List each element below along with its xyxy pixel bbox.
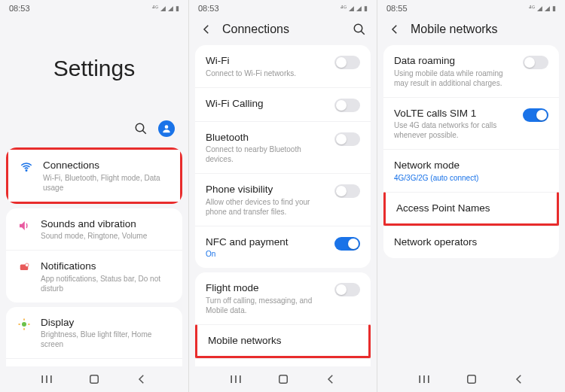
settings-item-flight-mode[interactable]: Flight mode Turn off calling, messaging,… — [195, 272, 371, 324]
list-item-body: Network operators — [394, 236, 548, 249]
search-icon[interactable] — [134, 122, 148, 135]
list-item-title: Phone visibility — [206, 183, 325, 196]
page-title: Settings — [0, 17, 188, 120]
list-item-body: Flight mode Turn off calling, messaging,… — [206, 281, 325, 315]
settings-item-phone-visibility[interactable]: Phone visibility Allow other devices to … — [195, 173, 371, 226]
settings-item-data-usage[interactable]: Data usage — [195, 358, 371, 366]
battery-icon: ▮ — [176, 5, 179, 12]
toggle-switch[interactable] — [334, 237, 360, 251]
list-item-title: Network mode — [394, 159, 548, 172]
svg-point-5 — [26, 263, 29, 267]
volte-icon: ⁴ᴳ — [529, 5, 535, 12]
list-item-title: NFC and payment — [206, 236, 325, 249]
connections-list[interactable]: Wi-Fi Connect to Wi-Fi networks. Wi-Fi C… — [189, 41, 377, 366]
settings-item-network-mode[interactable]: Network mode 4G/3G/2G (auto connect) — [383, 149, 559, 192]
home-icon[interactable] — [275, 371, 292, 387]
settings-item-wifi-calling[interactable]: Wi-Fi Calling — [195, 87, 371, 121]
settings-list[interactable]: Connections Wi-Fi, Bluetooth, Flight mod… — [0, 143, 188, 366]
account-avatar[interactable] — [158, 120, 175, 137]
list-item-subtitle: App notifications, Status bar, Do not di… — [41, 274, 172, 293]
back-icon[interactable] — [133, 371, 150, 387]
recent-apps-icon[interactable] — [416, 371, 432, 387]
settings-group: Wi-Fi Connect to Wi-Fi networks. Wi-Fi C… — [195, 45, 371, 268]
recent-apps-icon[interactable] — [38, 371, 55, 387]
settings-item-sounds[interactable]: Sounds and vibration Sound mode, Rington… — [6, 208, 182, 251]
settings-group: Connections Wi-Fi, Bluetooth, Flight mod… — [6, 147, 182, 204]
battery-icon: ▮ — [552, 5, 556, 12]
back-icon[interactable] — [388, 23, 402, 36]
list-item-subtitle: Wi-Fi, Bluetooth, Flight mode, Data usag… — [43, 173, 170, 193]
svg-rect-27 — [467, 375, 475, 384]
status-time: 08:53 — [9, 4, 30, 13]
list-item-title: Display — [41, 316, 172, 330]
settings-item-nfc[interactable]: NFC and payment On — [195, 226, 371, 269]
svg-point-2 — [165, 125, 169, 129]
status-bar: 08:55 ⁴ᴳ ◢ ◢ ▮ — [377, 0, 565, 17]
signal-icon: ◢ — [356, 5, 362, 12]
display-icon — [17, 316, 32, 331]
volte-icon: ⁴ᴳ — [341, 5, 347, 12]
toggle-switch[interactable] — [334, 99, 360, 112]
page-header: Connections — [189, 17, 377, 41]
list-item-title: Connections — [43, 159, 170, 172]
settings-item-wallpaper[interactable]: Wallpaper Home screen wallpaper, Lock sc… — [6, 358, 182, 366]
list-item-subtitle: Use 4G data networks for calls whenever … — [394, 120, 514, 140]
sound-icon — [17, 217, 32, 232]
list-item-title: Access Point Names — [396, 202, 546, 215]
phone-screen-mobile-networks: 08:55 ⁴ᴳ ◢ ◢ ▮ Mobile networks Data roam… — [377, 0, 565, 392]
list-item-subtitle: On — [206, 249, 325, 259]
svg-point-0 — [136, 123, 144, 132]
back-icon[interactable] — [200, 23, 213, 36]
list-item-title: Notifications — [41, 260, 172, 273]
list-item-body: Data roaming Using mobile data while roa… — [394, 54, 514, 88]
settings-item-network-operators[interactable]: Network operators — [383, 226, 559, 258]
settings-item-wifi[interactable]: Wi-Fi Connect to Wi-Fi networks. — [195, 45, 371, 87]
list-item-title: Network operators — [394, 236, 548, 249]
home-icon[interactable] — [463, 371, 480, 387]
notifications-icon — [17, 260, 32, 275]
settings-item-connections[interactable]: Connections Wi-Fi, Bluetooth, Flight mod… — [6, 147, 182, 204]
back-icon[interactable] — [322, 371, 339, 387]
settings-item-mobile-networks[interactable]: Mobile networks — [195, 324, 371, 359]
toggle-switch[interactable] — [334, 184, 360, 198]
list-item-subtitle: Connect to nearby Bluetooth devices. — [206, 144, 325, 164]
recent-apps-icon[interactable] — [228, 371, 244, 387]
toggle-switch[interactable] — [523, 56, 548, 69]
settings-item-display[interactable]: Display Brightness, Blue light filter, H… — [6, 307, 182, 359]
toggle-switch[interactable] — [523, 108, 548, 122]
android-nav-bar — [189, 366, 377, 392]
mobile-networks-list[interactable]: Data roaming Using mobile data while roa… — [377, 41, 565, 366]
page-header: Mobile networks — [377, 17, 565, 41]
page-title: Connections — [222, 23, 344, 36]
list-item-title: Wi-Fi — [206, 54, 325, 68]
list-item-body: Sounds and vibration Sound mode, Rington… — [41, 217, 172, 242]
settings-item-bluetooth[interactable]: Bluetooth Connect to nearby Bluetooth de… — [195, 121, 371, 174]
signal-icon: ◢ — [545, 5, 550, 12]
list-item-body: Access Point Names — [396, 202, 546, 215]
battery-icon: ▮ — [364, 5, 368, 12]
list-item-body: Mobile networks — [208, 334, 358, 348]
toggle-switch[interactable] — [334, 132, 360, 146]
settings-item-volte[interactable]: VoLTE calls SIM 1 Use 4G data networks f… — [383, 97, 559, 150]
signal-icon: ◢ — [537, 5, 542, 12]
list-item-title: Sounds and vibration — [41, 217, 172, 231]
toggle-switch[interactable] — [334, 56, 360, 69]
list-item-body: Wi-Fi Calling — [206, 97, 325, 111]
svg-rect-23 — [279, 375, 287, 384]
settings-item-notifications[interactable]: Notifications App notifications, Status … — [6, 250, 182, 302]
svg-rect-17 — [90, 375, 99, 384]
signal-icon: ◢ — [168, 5, 173, 12]
svg-point-6 — [22, 322, 26, 327]
list-item-body: Network mode 4G/3G/2G (auto connect) — [394, 159, 548, 183]
home-icon[interactable] — [86, 371, 102, 387]
settings-item-data-roaming[interactable]: Data roaming Using mobile data while roa… — [383, 45, 559, 97]
list-item-subtitle: Allow other devices to find your phone a… — [206, 197, 325, 217]
search-icon[interactable] — [353, 23, 366, 36]
back-icon[interactable] — [511, 371, 527, 387]
svg-point-3 — [26, 170, 27, 172]
list-item-body: NFC and payment On — [206, 236, 325, 260]
settings-item-apn[interactable]: Access Point Names — [383, 192, 559, 226]
wifi-icon — [19, 159, 34, 174]
toggle-switch[interactable] — [334, 283, 360, 296]
phone-screen-settings: 08:53 ⁴ᴳ ◢ ◢ ▮ Settings Connections Wi-F — [0, 0, 188, 392]
